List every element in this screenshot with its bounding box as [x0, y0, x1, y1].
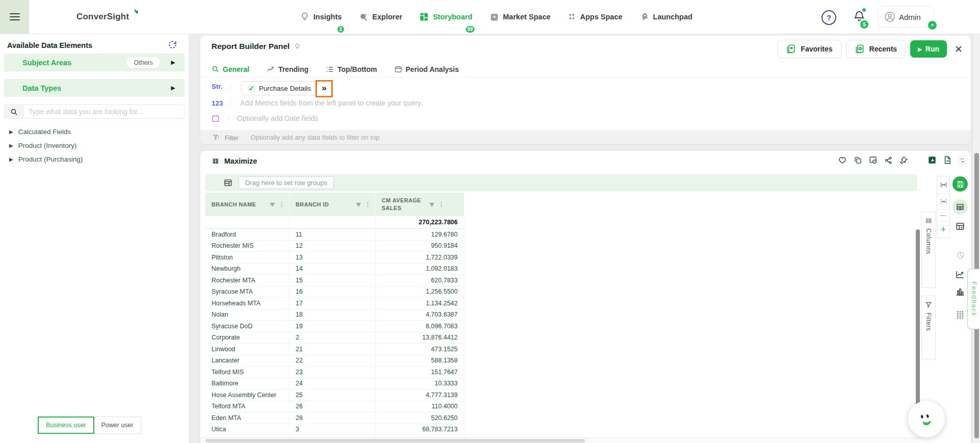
conversight-logo[interactable]: ConverSight [76, 0, 140, 34]
menu-button[interactable] [0, 0, 29, 34]
conversight-assistant-fab[interactable] [908, 401, 945, 437]
share-icon[interactable] [883, 155, 893, 165]
grid-vertical-scrollbar[interactable] [916, 229, 920, 408]
more-views-button[interactable] [951, 310, 969, 319]
pin-icon[interactable] [898, 155, 909, 165]
tree-item-product-inventory[interactable]: ▶ Product (Inventory) [0, 139, 189, 151]
hint-bulb-icon[interactable] [294, 42, 301, 50]
table-row[interactable]: Utica368,783.7213 [205, 424, 464, 436]
run-button[interactable]: ▶ Run [910, 40, 947, 58]
nav-item-insights[interactable]: Insights 3 [300, 12, 342, 22]
table-row[interactable]: Hose Assembly Center254,777.3139 [205, 389, 464, 401]
row-groups-dropzone[interactable]: Drag here to set row groups [205, 174, 917, 191]
conversight-mark-icon [915, 408, 938, 430]
help-button[interactable]: ? [822, 10, 836, 25]
more-options-button[interactable]: ⋯ [937, 210, 949, 221]
copy-icon[interactable] [853, 155, 863, 165]
others-tag[interactable]: Others [126, 57, 160, 68]
tab-trending[interactable]: Trending [267, 65, 308, 73]
cm-average-sales-cell: 10.3333 [376, 378, 464, 389]
user-menu[interactable]: Admin ▼ [878, 6, 935, 28]
sidebar-item-data-types[interactable]: Data Types ▶ [4, 79, 184, 97]
date-fields-row[interactable]: ⋮ Optionally add Date fields [211, 113, 925, 123]
run-label: Run [925, 45, 939, 53]
refresh-button[interactable] [168, 40, 177, 49]
table-row[interactable]: Bradford11129.6780 [205, 229, 464, 241]
close-button[interactable]: ✕ [953, 43, 964, 55]
pivot-view-button[interactable] [951, 222, 969, 231]
cm-average-sales-cell: 1,134.2542 [376, 298, 464, 309]
table-row[interactable]: Eden MTA28520.6250 [205, 412, 464, 424]
branch-name-cell: Pittston [205, 252, 289, 263]
table-row[interactable]: Telford MIS23151.7647 [205, 367, 464, 378]
tool-tab-filters[interactable]: Filters [921, 296, 936, 359]
column-filter-icon[interactable] [355, 201, 362, 208]
maximize-button[interactable]: Maximize [211, 157, 257, 165]
table-row[interactable]: Rochester MTA15620.7833 [205, 275, 464, 286]
table-row[interactable]: Syracuse DoD196,096.7083 [205, 321, 464, 332]
favorite-heart-icon[interactable] [837, 155, 847, 165]
column-filter-icon[interactable] [269, 201, 276, 208]
favorites-button[interactable]: Favorites [777, 40, 841, 58]
nav-item-storyboard[interactable]: Storyboard 99 [419, 12, 472, 22]
table-row[interactable]: Nolan184,703.6387 [205, 309, 464, 321]
tool-tab-columns[interactable]: Columns [921, 212, 936, 288]
column-header-branch-name[interactable]: BRANCH NAME ⋮ [205, 193, 289, 216]
business-user-button[interactable]: Business user [38, 416, 94, 434]
column-menu-icon[interactable]: ⋮ [279, 201, 285, 208]
nav-item-market-space[interactable]: Market Space [489, 12, 551, 22]
table-row[interactable]: Horseheads MTA171,134.2542 [205, 298, 464, 309]
tree-item-product-purchasing[interactable]: ▶ Product (Purchasing) [0, 153, 189, 165]
tree-item-calculated-fields[interactable]: ▶ Calculated Fields [0, 125, 189, 138]
conversight-assistant-icon[interactable] [958, 155, 968, 165]
tab-period-analysis[interactable]: Period Analysis [394, 65, 459, 73]
pie-chart-button[interactable] [951, 251, 969, 259]
search-input[interactable] [23, 105, 184, 118]
grid-horizontal-scrollbar[interactable] [200, 437, 920, 443]
column-menu-icon[interactable]: ⋮ [438, 201, 444, 208]
scrollbar-handle[interactable] [205, 439, 585, 442]
string-fields-row: Str. ⋮ ✓ Purchase Details » [211, 80, 925, 93]
metrics-fields-row[interactable]: 123 ⋮ Add Metrics fields from the left p… [211, 98, 925, 108]
add-column-button[interactable]: + [937, 221, 949, 238]
export-pdf-icon[interactable] [927, 155, 937, 165]
duplicate-report-icon[interactable] [868, 155, 878, 165]
column-menu-icon[interactable]: ⋮ [365, 201, 371, 208]
feedback-tab[interactable]: Feedback [967, 269, 980, 329]
table-row[interactable]: Baltimore2410.3333 [205, 378, 464, 390]
line-chart-button[interactable] [951, 270, 969, 279]
autosize-columns-button[interactable] [937, 194, 949, 210]
tab-general[interactable]: General [211, 65, 249, 73]
nav-item-explorer[interactable]: Explorer [359, 12, 403, 22]
save-view-button[interactable] [951, 176, 969, 192]
table-row[interactable]: Newburgh141,092.0183 [205, 264, 464, 275]
branch-name-cell: Bradford [205, 229, 289, 240]
notifications-button[interactable]: 5 [853, 9, 865, 22]
branch-id-cell: 12 [289, 241, 376, 252]
purchase-details-chip[interactable]: ✓ Purchase Details [241, 81, 317, 95]
table-view-button[interactable] [951, 199, 969, 215]
recents-button[interactable]: Recents [846, 40, 906, 58]
sidebar-item-subject-areas[interactable]: Subject Areas Others ▶ [4, 54, 184, 71]
table-row[interactable]: Linwood21473.1525 [205, 344, 464, 355]
power-user-button[interactable]: Power user [94, 416, 141, 434]
table-row[interactable]: Corporate213,876.4412 [205, 332, 464, 344]
column-header-branch-id[interactable]: BRANCH ID ⋮ [289, 193, 376, 216]
table-row[interactable]: Pittston131,722.0339 [205, 252, 464, 264]
market-space-icon [489, 12, 499, 22]
bar-chart-button[interactable] [951, 287, 969, 296]
page-scrollbar[interactable] [972, 34, 980, 443]
filter-row[interactable]: Filter Optionally add any data fields to… [200, 130, 971, 144]
export-xls-icon[interactable] [942, 155, 952, 165]
table-row[interactable]: Syracuse MTA161,256.5500 [205, 286, 464, 298]
column-header-cm-average-sales[interactable]: CM AVERAGE SALES ⋮ [376, 193, 464, 216]
table-row[interactable]: Telford MTA26110.4000 [205, 401, 464, 413]
table-row[interactable]: Rochester MIS12950.9184 [205, 241, 464, 252]
expand-fields-button-highlighted[interactable]: » [315, 80, 333, 97]
tab-top-bottom[interactable]: Top/Bottom [326, 65, 377, 73]
column-filter-icon[interactable] [429, 201, 435, 208]
nav-item-apps-space[interactable]: Apps Space [567, 12, 622, 21]
table-row[interactable]: Lancaster22588.1358 [205, 355, 464, 367]
fit-columns-button[interactable] [937, 176, 949, 194]
nav-item-launchpad[interactable]: Launchpad [639, 12, 692, 22]
